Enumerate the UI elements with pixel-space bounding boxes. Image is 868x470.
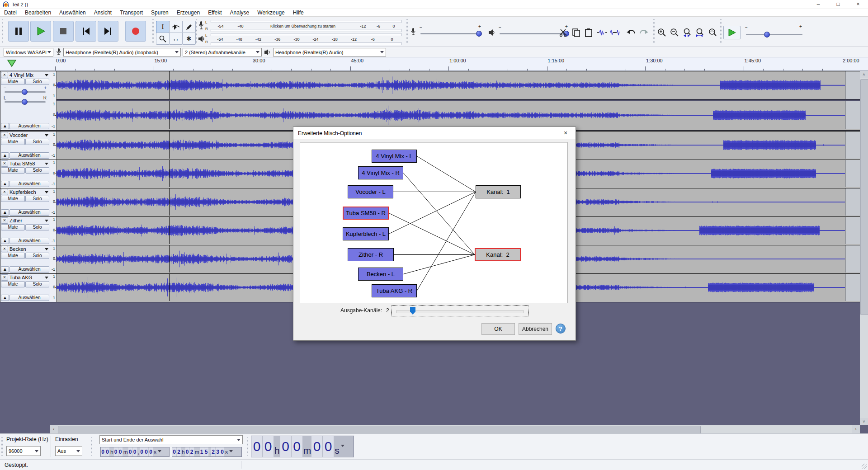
silence-audio-button[interactable]	[609, 26, 621, 39]
solo-button[interactable]: Solo	[25, 253, 49, 259]
stop-button[interactable]	[53, 21, 74, 42]
time-digit[interactable]: 0	[251, 436, 262, 457]
track-close-button[interactable]: ×	[1, 72, 8, 78]
playback-speed-knob[interactable]	[764, 32, 770, 38]
track-name[interactable]: Becken	[9, 246, 49, 252]
menu-spuren[interactable]: Spuren	[147, 9, 173, 16]
output-channels-slider[interactable]	[392, 306, 528, 316]
track-name[interactable]: Vocoder	[9, 132, 49, 138]
zoom-tool-button[interactable]	[156, 33, 170, 45]
scroll-left-arrow[interactable]: ‹	[50, 425, 58, 433]
gain-slider[interactable]: −+	[1, 85, 49, 95]
time-digit[interactable]: 5	[204, 447, 208, 456]
track-menu-chevron-icon[interactable]	[45, 220, 48, 224]
recording-channels-select[interactable]: 2 (Stereo) Aufnahmekanäle	[183, 48, 262, 56]
recording-volume-knob[interactable]	[476, 31, 482, 37]
collapse-button[interactable]: ▲	[1, 209, 9, 216]
select-button[interactable]: Auswählen	[9, 266, 49, 273]
toolbar-grip[interactable]	[653, 19, 655, 44]
waveform-area[interactable]	[57, 71, 860, 130]
dialog-close-button[interactable]: ×	[556, 127, 576, 139]
mute-button[interactable]: Mute	[1, 139, 25, 145]
track-menu-chevron-icon[interactable]	[45, 163, 48, 167]
time-digit[interactable]: 1	[200, 447, 204, 456]
close-button[interactable]: ×	[848, 0, 868, 9]
menu-werkzeuge[interactable]: Werkzeuge	[253, 9, 288, 16]
toolbar-grip[interactable]	[720, 19, 722, 44]
menu-datei[interactable]: Datei	[0, 9, 21, 16]
solo-button[interactable]: Solo	[25, 196, 49, 202]
track-close-button[interactable]: ×	[1, 160, 8, 167]
select-button[interactable]: Auswählen	[9, 152, 49, 159]
time-digit[interactable]: 0	[140, 447, 144, 456]
time-digit[interactable]: 0	[114, 447, 118, 456]
track-menu-chevron-icon[interactable]	[45, 74, 48, 78]
solo-button[interactable]: Solo	[25, 139, 49, 145]
mute-button[interactable]: Mute	[1, 79, 25, 85]
record-button[interactable]	[125, 21, 146, 42]
time-digit[interactable]: 0	[133, 447, 137, 456]
selection-tool-button[interactable]: I	[156, 21, 170, 33]
solo-button[interactable]: Solo	[25, 224, 49, 230]
horizontal-scroll-thumb[interactable]	[58, 426, 701, 434]
menu-erzeugen[interactable]: Erzeugen	[173, 9, 204, 16]
menu-transport[interactable]: Transport	[116, 9, 147, 16]
zoom-out-button[interactable]	[668, 26, 681, 39]
toolbar-grip[interactable]	[246, 437, 249, 456]
mute-button[interactable]: Mute	[1, 167, 25, 174]
time-digit[interactable]: 0	[311, 436, 322, 457]
horizontal-scrollbar[interactable]: ‹ ›	[50, 425, 860, 433]
time-digit[interactable]: 0	[101, 447, 105, 456]
time-digit[interactable]: 2	[190, 447, 194, 456]
waveform-canvas[interactable]	[57, 71, 860, 129]
vertical-scrollbar[interactable]: ˄ ˅	[860, 71, 868, 425]
menu-bearbeiten[interactable]: Bearbeiten	[21, 9, 55, 16]
toolbar-grip[interactable]	[406, 19, 408, 44]
mixer-channel-node[interactable]: Kanal: 2	[475, 248, 521, 261]
time-digit[interactable]: 2	[177, 447, 181, 456]
time-digit[interactable]: 0	[128, 447, 132, 456]
track-menu-chevron-icon[interactable]	[45, 134, 48, 138]
time-digit[interactable]: 0	[149, 447, 153, 456]
maximize-button[interactable]: □	[828, 0, 848, 9]
help-button[interactable]: ?	[556, 324, 566, 334]
collapse-button[interactable]: ▲	[1, 238, 9, 244]
envelope-tool-button[interactable]	[169, 21, 183, 33]
mixer-source-node[interactable]: Tuba SM58 - R	[343, 207, 389, 220]
time-digit[interactable]: 0	[185, 447, 189, 456]
playback-speed-slider[interactable]	[746, 34, 802, 35]
draw-tool-button[interactable]	[182, 21, 196, 33]
chevron-down-icon[interactable]	[229, 450, 233, 454]
undo-button[interactable]	[625, 26, 637, 39]
select-button[interactable]: Auswählen	[9, 181, 49, 187]
slider-thumb[interactable]	[410, 307, 415, 315]
mixer-source-node[interactable]: Tuba AKG - R	[372, 284, 417, 297]
scroll-down-arrow[interactable]: ˅	[860, 418, 868, 425]
zoom-fit-button[interactable]	[693, 26, 706, 39]
cancel-button[interactable]: Abbrechen	[519, 323, 552, 335]
recording-device-select[interactable]: Headphone (Realtek(R) Audio) (loopback)	[63, 48, 181, 56]
toolbar-grip[interactable]	[1, 437, 3, 456]
mixer-source-node[interactable]: 4 Vinyl Mix - R	[358, 166, 403, 179]
select-button[interactable]: Auswählen	[9, 209, 49, 216]
chevron-down-icon[interactable]	[341, 445, 344, 449]
multi-tool-button[interactable]: ✱	[182, 33, 196, 45]
resize-grip[interactable]	[862, 464, 867, 469]
gain-knob[interactable]	[22, 89, 28, 95]
track-name[interactable]: Zither	[9, 217, 49, 224]
track-close-button[interactable]: ×	[1, 246, 8, 252]
menu-effekt[interactable]: Effekt	[204, 9, 226, 16]
mixer-channel-node[interactable]: Kanal: 1	[476, 185, 521, 198]
audio-position-display[interactable]: 00h00m00s	[251, 436, 354, 457]
pause-button[interactable]	[8, 21, 29, 42]
copy-button[interactable]	[570, 26, 582, 39]
mixer-source-node[interactable]: 4 Vinyl Mix - L	[372, 150, 417, 163]
zoom-selection-button[interactable]	[681, 26, 693, 39]
time-digit[interactable]: 0	[118, 447, 123, 456]
project-rate-select[interactable]: 96000	[6, 446, 41, 456]
collapse-button[interactable]: ▲	[1, 181, 9, 187]
ok-button[interactable]: OK	[481, 323, 515, 335]
play-at-speed-button[interactable]	[723, 26, 741, 39]
cut-button[interactable]	[557, 26, 570, 39]
timeline-ruler[interactable]: 0:0015:0030:0045:001:00:001:15:001:30:00…	[0, 57, 868, 71]
